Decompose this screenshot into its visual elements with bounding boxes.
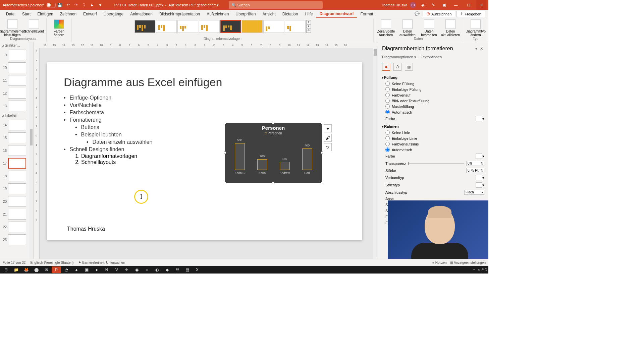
tab-format[interactable]: Format (357, 10, 376, 18)
tray-arrow-icon[interactable]: ⌃ (473, 268, 475, 272)
bullet-3[interactable]: Farbschemata (64, 109, 345, 116)
tab-ueberpruefen[interactable]: Überprüfen (232, 10, 259, 18)
weather-widget[interactable]: ☀ 5°C (477, 268, 487, 272)
chart-style-8[interactable] (285, 20, 306, 33)
thumb-slide-10[interactable]: 10 (0, 61, 33, 74)
slide-title[interactable]: Diagramme aus Excel einfügen (64, 76, 345, 89)
window-icon[interactable]: ▣ (441, 2, 447, 8)
chart-style-3[interactable] (177, 20, 198, 33)
thumb-slide-16[interactable]: 16 (0, 144, 33, 157)
task-app6-icon[interactable]: ◐ (152, 266, 162, 273)
task-excel-icon[interactable]: X (193, 266, 202, 273)
task-powerpoint-icon[interactable]: P (52, 266, 61, 273)
title-dropdown-icon[interactable]: ▾ (217, 3, 219, 7)
handle-br[interactable] (321, 182, 323, 184)
pane-close-icon[interactable]: ✕ (479, 47, 484, 51)
pane-tab-chart-options[interactable]: Diagrammoptionen ▾ (382, 55, 416, 59)
touch-icon[interactable]: ☟ (81, 2, 87, 8)
line-none-radio[interactable]: Keine Linie (382, 130, 484, 135)
tab-dictation[interactable]: Dictation (279, 10, 302, 18)
chart-legend[interactable]: Personen (225, 131, 322, 135)
tab-start[interactable]: Start (19, 10, 34, 18)
bullet-1[interactable]: Einfüge-Optionen (64, 94, 345, 102)
fill-solid-radio[interactable]: Einfarbige Füllung (382, 86, 484, 92)
bar-3[interactable]: 400 (302, 148, 312, 170)
task-firefox-icon[interactable]: 🦊 (21, 266, 31, 273)
thumb-scrollbar[interactable] (29, 42, 33, 259)
tab-ansicht[interactable]: Ansicht (259, 10, 279, 18)
thumb-slide-13[interactable]: 13 (0, 100, 33, 112)
thumb-slide-23[interactable]: 23 (0, 233, 33, 246)
bar-1[interactable]: 200 (257, 159, 267, 170)
quick-layout-button[interactable]: Schnelllayout (23, 19, 44, 33)
edit-data-button[interactable]: Daten bearbeiten (419, 19, 439, 37)
handle-tc[interactable] (272, 122, 274, 124)
display-settings[interactable]: ▦ Anzeigeeinstellungen (450, 261, 486, 264)
tab-einfuegen[interactable]: Einfügen (34, 10, 56, 18)
handle-bc[interactable] (272, 182, 274, 184)
slide-counter[interactable]: Folie 17 von 32 (3, 261, 25, 264)
thumb-slide-15[interactable]: 15 (0, 131, 33, 144)
width-value[interactable]: 0,75 Pt.⇅ (466, 168, 484, 173)
tab-aufzeichnen[interactable]: Aufzeichnen (203, 10, 232, 18)
comments-icon[interactable]: 💬 (414, 11, 420, 17)
task-vs-icon[interactable]: V (112, 266, 121, 273)
refresh-data-button[interactable]: Daten aktualisieren (440, 19, 461, 37)
redo-icon[interactable]: ↷ (73, 2, 79, 8)
handle-tr[interactable] (321, 122, 323, 124)
slide-canvas[interactable]: 1615141312111098765432101234567891011121… (34, 42, 378, 259)
chart-title[interactable]: Personen (225, 123, 322, 131)
slideshow-icon[interactable]: ▸ (89, 2, 95, 8)
gallery-down-icon[interactable]: ▾ (306, 24, 311, 28)
thumb-slide-18[interactable]: 18 (0, 170, 33, 182)
bullet-2[interactable]: Vor/Nachteile (64, 102, 345, 109)
task-app9-icon[interactable]: ▤ (182, 266, 192, 273)
task-chrome-icon[interactable]: ⬤ (32, 266, 41, 273)
switch-row-col-button[interactable]: Zeile/Spalte tauschen (376, 19, 396, 37)
chart-style-2[interactable] (156, 20, 177, 33)
thumb-section-tabellen[interactable]: Tabellen (0, 112, 33, 119)
transparency-value[interactable]: 0%⇅ (466, 161, 484, 166)
task-app7-icon[interactable]: ◆ (162, 266, 172, 273)
tab-bildschirm[interactable]: Bildschirmpräsentation (156, 10, 203, 18)
chart-styles-button[interactable]: 🖌 (324, 134, 332, 142)
bar-2[interactable]: 150 (280, 162, 290, 170)
section-border[interactable]: Rahmen (382, 122, 484, 130)
task-vlc-icon[interactable]: ▲ (72, 266, 81, 273)
fill-gradient-radio[interactable]: Farbverlauf (382, 92, 484, 98)
change-colors-button[interactable]: Farben ändern (49, 19, 69, 37)
search-input[interactable] (237, 3, 320, 7)
thumb-slide-14[interactable]: 14 (0, 119, 33, 131)
fill-picture-radio[interactable]: Bild- oder Texturfüllung (382, 98, 484, 104)
task-app2-icon[interactable]: ▣ (82, 266, 91, 273)
line-auto-radio[interactable]: Automatisch (382, 147, 484, 153)
task-explorer-icon[interactable]: 📁 (11, 266, 21, 273)
gallery-more-icon[interactable]: ⊟ (306, 29, 311, 33)
transparency-slider[interactable] (408, 163, 464, 164)
tab-zeichnen[interactable]: Zeichnen (57, 10, 80, 18)
cap-value[interactable]: Flach▾ (464, 190, 484, 195)
section-fill[interactable]: Füllung (382, 73, 484, 81)
chart-style-6[interactable] (242, 20, 263, 33)
fill-line-icon[interactable]: ◆ (382, 63, 390, 71)
size-props-icon[interactable]: ▥ (405, 63, 413, 71)
record-button[interactable]: ⦿Aufzeichnen (423, 11, 455, 17)
thumb-slide-20[interactable]: 20 (0, 195, 33, 208)
handle-tl[interactable] (224, 122, 226, 124)
task-app-icon[interactable]: ◔ (62, 266, 71, 273)
compound-picker[interactable] (476, 175, 482, 180)
handle-ml[interactable] (224, 152, 226, 154)
bar-0[interactable]: 500 (235, 143, 245, 170)
chart-filter-button[interactable]: ▽ (324, 143, 332, 151)
dash-picker[interactable] (476, 182, 482, 188)
chart-style-1[interactable] (135, 20, 155, 33)
thumb-slide-9[interactable]: 9 (0, 49, 33, 61)
language-indicator[interactable]: Englisch (Vereinigte Staaten) (30, 261, 73, 264)
task-app3-icon[interactable]: ● (92, 266, 101, 273)
gallery-up-icon[interactable]: ▴ (306, 20, 311, 24)
handle-mr[interactable] (321, 152, 323, 154)
tab-entwurf[interactable]: Entwurf (80, 10, 100, 18)
chart-bars[interactable]: 500 200 150 400 (225, 136, 322, 170)
start-button[interactable]: ⊞ (1, 266, 11, 273)
embedded-chart[interactable]: Personen Personen 500 200 150 400 Karin … (225, 123, 322, 183)
